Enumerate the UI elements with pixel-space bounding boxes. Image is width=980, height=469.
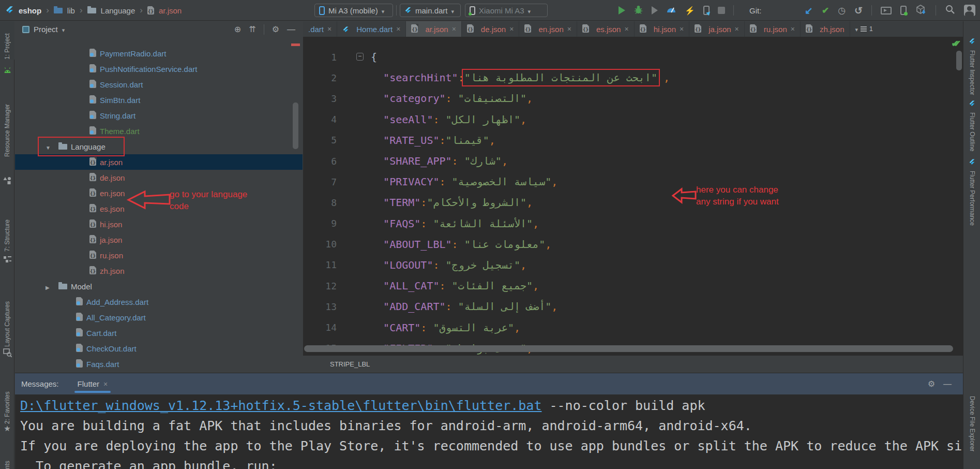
tree-item[interactable]: ru.json [15,247,303,263]
gear-icon[interactable]: ⚙ [272,25,279,34]
gear-icon[interactable]: ⚙ [928,380,935,388]
run-button[interactable] [619,6,625,14]
tool-window-button[interactable]: Device File Explorer [963,393,980,451]
close-icon[interactable]: × [624,25,628,33]
breadcrumb-project[interactable]: eshop [19,6,41,15]
hot-reload-icon[interactable]: ⚡ [685,6,695,16]
tool-window-button[interactable]: nts [0,457,14,469]
fold-marker[interactable] [337,109,371,130]
tree-scrollbar[interactable] [293,102,298,149]
tree-item[interactable]: CheckOut.dart [15,341,303,356]
hide-panel-icon[interactable]: — [287,25,295,34]
git-update-button[interactable]: ↙ [805,5,813,17]
device-selector[interactable]: Mi A3 (mobile) [314,4,393,17]
tree-item[interactable]: Faqs.dart [15,356,303,372]
tree-item[interactable]: Theme.dart [15,123,303,139]
close-icon[interactable]: × [327,25,331,33]
expand-arrow-icon[interactable] [43,282,58,291]
tool-window-button[interactable]: 1: Project [0,21,14,60]
fold-marker[interactable] [337,171,371,192]
editor-tab[interactable]: Home.dart× [337,21,406,37]
tool-window-button[interactable]: Flutter Outline [963,100,980,151]
inspection-ok-icon[interactable]: ✔✔ [952,38,956,49]
tree-item[interactable]: ar.json [15,154,303,170]
close-icon[interactable]: × [103,380,108,388]
search-everywhere-icon[interactable] [945,4,955,17]
tree-item[interactable]: Model [15,279,303,294]
tool-window-button[interactable]: 2: Favorites [0,395,14,424]
close-icon[interactable]: × [567,25,571,33]
editor-tab[interactable]: en.json× [519,21,577,37]
stop-button[interactable] [718,7,725,14]
fold-marker[interactable] [337,275,371,296]
editor-tab[interactable]: ar.json× [406,21,461,37]
tree-item[interactable]: de.json [15,170,303,185]
tree-item[interactable]: Cart.dart [15,325,303,341]
console-tab-flutter[interactable]: Flutter × [74,373,111,394]
hidden-tabs-button[interactable]: 1 [850,21,878,37]
fold-marker[interactable] [337,67,371,88]
editor-vertical-scrollbar[interactable] [956,51,962,70]
close-icon[interactable]: × [791,25,795,33]
editor-tab[interactable]: de.json× [462,21,520,37]
tree-item[interactable]: Language [15,139,303,154]
attach-debugger-icon[interactable] [703,6,710,15]
tree-item[interactable]: Session.dart [15,77,303,92]
console-output[interactable]: D:\flutter_windows_v1.12.13+hotfix.5-sta… [15,394,963,469]
close-icon[interactable]: × [509,25,514,33]
fold-marker[interactable] [337,317,371,338]
tool-window-button[interactable]: Resource Manager [0,105,14,157]
fold-marker[interactable] [337,255,371,275]
fold-marker[interactable] [337,88,371,109]
avd-manager-button[interactable] [881,7,892,14]
git-history-button[interactable]: ◷ [838,5,846,16]
close-icon[interactable]: × [452,25,456,33]
tree-item[interactable]: ja.json [15,232,303,247]
editor-tab[interactable]: es.json× [577,21,635,37]
breadcrumb-language[interactable]: Language [101,6,135,15]
editor-tab[interactable]: ja.json× [689,21,745,37]
git-rollback-button[interactable]: ↺ [854,5,863,17]
profile-run-icon[interactable] [652,6,658,14]
close-icon[interactable]: × [735,25,739,33]
editor-tab[interactable]: ru.json× [745,21,801,37]
run-config-selector[interactable]: main.dart [400,4,461,17]
code-editor[interactable]: 1{ 2 "searchHint":"ابحث عن المنتجات المط… [303,37,963,355]
fold-marker[interactable] [337,151,371,171]
console-command-link[interactable]: D:\flutter_windows_v1.12.13+hotfix.5-sta… [20,398,541,413]
tree-item[interactable]: String.dart [15,108,303,123]
editor-tab[interactable]: hi.json× [635,21,690,37]
fold-marker[interactable] [337,296,371,317]
package-download-icon[interactable] [915,4,927,17]
tree-item[interactable]: zh.json [15,263,303,279]
profiler-button[interactable] [666,4,676,17]
chevron-down-icon[interactable] [62,25,65,34]
fold-marker[interactable] [337,47,371,67]
editor-tab[interactable]: zh.json× [801,21,850,37]
profile-avatar[interactable] [964,5,975,16]
tree-item[interactable]: Add_Address.dart [15,294,303,310]
fold-marker[interactable] [337,234,371,255]
breadcrumb-file[interactable]: ar.json [159,6,182,15]
close-icon[interactable]: × [396,25,400,33]
tool-window-button[interactable]: Flutter Inspector [963,38,980,95]
tree-item[interactable]: All_Category.dart [15,310,303,325]
json-path-breadcrumb[interactable]: STRIPE_LBL [330,360,370,368]
git-commit-button[interactable]: ✔ [822,5,829,16]
tool-window-button[interactable]: 7: Structure [0,206,14,252]
editor-tab[interactable]: .dart× [303,21,337,37]
fold-marker[interactable] [337,130,371,151]
target-device-selector[interactable]: Xiaomi Mi A3 [465,4,548,17]
tree-item[interactable]: PaymentRadio.dart [15,46,303,61]
tree-item[interactable]: PushNotificationService.dart [15,61,303,77]
fold-marker[interactable] [337,192,371,213]
tree-item[interactable]: hi.json [15,216,303,232]
fold-marker[interactable] [337,213,371,234]
tool-window-button[interactable]: Flutter Performance [963,158,980,226]
editor-horizontal-scrollbar[interactable] [304,345,953,352]
close-icon[interactable]: × [680,25,684,33]
sdk-manager-button[interactable] [900,6,907,15]
tool-window-button[interactable]: Layout Captures [0,288,14,347]
project-panel-title[interactable]: Project [34,25,58,34]
expand-arrow-icon[interactable] [43,142,58,151]
